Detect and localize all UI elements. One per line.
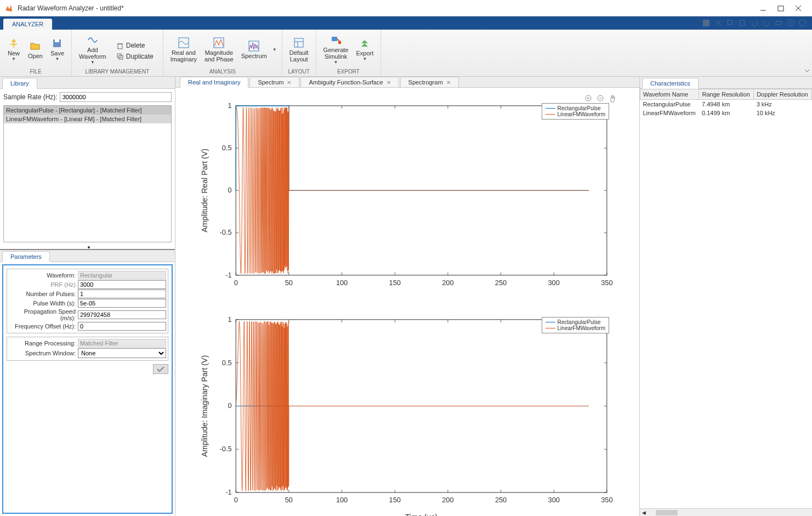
check-icon	[156, 366, 165, 372]
paste-icon[interactable]	[739, 19, 746, 27]
sample-rate-input[interactable]	[60, 92, 172, 102]
prop-speed-field[interactable]	[78, 310, 166, 319]
svg-text:-1: -1	[225, 488, 231, 496]
svg-rect-20	[294, 38, 303, 47]
toolstrip-collapse-icon[interactable]	[804, 67, 810, 75]
parameters-tab[interactable]: Parameters	[2, 251, 50, 262]
svg-text:-0.5: -0.5	[220, 445, 232, 453]
plot-tabbar: Real and Imaginary Spectrum✕ Ambiguity F…	[175, 77, 639, 88]
tab-spectrogram[interactable]: Spectrogram✕	[400, 77, 459, 87]
spectrum-icon	[248, 41, 259, 52]
svg-text:300: 300	[548, 496, 560, 504]
analysis-group: Real and Imaginary Magnitude and Phase S…	[163, 30, 282, 76]
table-header[interactable]: Doppler Resolution	[754, 89, 812, 100]
dropdown-arrow-icon: ▼	[362, 56, 367, 61]
svg-text:Amplitude: Imaginary Part (V): Amplitude: Imaginary Part (V)	[200, 355, 209, 457]
characteristics-tab[interactable]: Characteristics	[642, 78, 699, 89]
list-item[interactable]: LinearFMWaveform - [Linear FM] - [Matche…	[4, 115, 171, 123]
imaginary-part-plot[interactable]: 050100150200250300350-1-0.500.51Amplitud…	[197, 313, 617, 516]
close-icon[interactable]: ✕	[446, 80, 451, 86]
library-tab[interactable]: Library	[2, 78, 37, 89]
maximize-button[interactable]	[777, 4, 785, 12]
waveform-field	[78, 271, 166, 280]
library-tabbar: Library	[0, 77, 175, 89]
close-icon[interactable]: ✕	[387, 80, 391, 86]
open-icon	[30, 41, 41, 52]
file-group: New▼ Open Save▼ FILE	[0, 30, 72, 76]
tab-real-imaginary[interactable]: Real and Imaginary	[180, 77, 248, 88]
delete-button[interactable]: Delete	[113, 40, 156, 51]
save-icon[interactable]	[702, 19, 710, 27]
app-tabstrip: ANALYZER ?	[0, 16, 812, 30]
plot-legend: RectangularPulse LinearFMWaveform	[542, 103, 609, 120]
titlebar: Radar Waveform Analyzer - untitled*	[0, 0, 812, 16]
svg-text:250: 250	[495, 496, 507, 504]
svg-text:350: 350	[601, 496, 612, 504]
apply-button[interactable]	[153, 364, 168, 374]
undo-icon[interactable]	[751, 19, 758, 27]
svg-rect-7	[776, 21, 781, 25]
dropdown-arrow-icon: ▼	[90, 60, 95, 65]
default-layout-button[interactable]: Default Layout	[286, 36, 313, 64]
table-header[interactable]: Waveform Name	[640, 89, 699, 100]
svg-text:150: 150	[389, 496, 401, 504]
redo-icon[interactable]	[763, 19, 770, 27]
svg-text:0.5: 0.5	[222, 359, 232, 367]
help-icon[interactable]: ?	[787, 19, 794, 27]
freq-offset-field[interactable]	[78, 322, 166, 331]
print-icon[interactable]	[775, 19, 782, 27]
waveform-list[interactable]: RectangularPulse - [Rectangular] - [Matc…	[3, 105, 172, 242]
copy-icon[interactable]	[726, 19, 734, 27]
svg-text:100: 100	[336, 279, 348, 287]
spectrum-window-select[interactable]: None	[78, 348, 166, 358]
svg-rect-12	[55, 39, 59, 42]
generate-simulink-button[interactable]: Generate Simulink▼	[320, 33, 353, 66]
svg-text:150: 150	[389, 279, 401, 287]
prf-field[interactable]	[78, 280, 166, 289]
toolstrip: New▼ Open Save▼ FILE Add Waveform▼ Delet	[0, 30, 812, 77]
tab-spectrum[interactable]: Spectrum✕	[249, 77, 299, 87]
table-row[interactable]: RectangularPulse7.4948 km3 kHz	[640, 100, 812, 109]
horizontal-scrollbar[interactable]: ◀	[640, 508, 812, 516]
new-button[interactable]: New▼	[3, 36, 24, 63]
plot-legend: RectangularPulse LinearFMWaveform	[542, 317, 609, 333]
export-button[interactable]: Export▼	[352, 36, 377, 63]
more-icon[interactable]	[799, 19, 807, 27]
dropdown-arrow-icon: ▼	[334, 60, 338, 65]
svg-text:0: 0	[234, 496, 238, 504]
parameters-tabbar: Parameters	[0, 250, 175, 262]
close-button[interactable]	[794, 4, 802, 12]
svg-rect-4	[703, 20, 709, 26]
sample-rate-label: Sample Rate (Hz):	[3, 93, 58, 101]
minimize-button[interactable]	[759, 4, 767, 12]
dropdown-arrow-icon: ▼	[272, 47, 277, 52]
svg-text:Time (μs): Time (μs)	[405, 513, 438, 516]
svg-text:-1: -1	[225, 271, 231, 279]
center-panel: Real and Imaginary Spectrum✕ Ambiguity F…	[175, 77, 639, 516]
svg-text:100: 100	[336, 496, 348, 504]
table-header[interactable]: Range Resolution	[699, 89, 754, 100]
left-panel: Library Sample Rate (Hz): RectangularPul…	[0, 77, 175, 516]
tab-ambiguity[interactable]: Ambiguity Function-Surface✕	[300, 77, 399, 87]
save-button[interactable]: Save▼	[47, 36, 68, 63]
real-imag-icon	[178, 37, 189, 48]
analyzer-tab[interactable]: ANALYZER	[3, 19, 52, 30]
list-item[interactable]: RectangularPulse - [Rectangular] - [Matc…	[4, 106, 171, 115]
spectrum-button[interactable]: Spectrum	[237, 39, 271, 61]
analysis-dropdown[interactable]: ▼	[271, 46, 279, 54]
pulse-width-field[interactable]	[78, 299, 166, 308]
cut-icon[interactable]	[714, 19, 722, 27]
magnitude-phase-button[interactable]: Magnitude and Phase	[201, 36, 237, 64]
open-button[interactable]: Open	[24, 39, 47, 61]
num-pulses-field[interactable]	[78, 290, 166, 298]
table-row[interactable]: LinearFMWaveform0.1499 km10 kHz	[640, 109, 812, 117]
real-part-plot[interactable]: 050100150200250300350-1-0.500.51Amplitud…	[197, 99, 617, 296]
duplicate-button[interactable]: Duplicate	[113, 51, 156, 62]
svg-rect-5	[728, 20, 732, 25]
add-waveform-button[interactable]: Add Waveform▼	[75, 33, 110, 66]
real-imaginary-button[interactable]: Real and Imaginary	[167, 36, 201, 64]
mag-phase-icon	[213, 37, 224, 48]
new-icon	[8, 38, 19, 49]
close-icon[interactable]: ✕	[287, 80, 291, 86]
simulink-icon	[331, 35, 342, 46]
